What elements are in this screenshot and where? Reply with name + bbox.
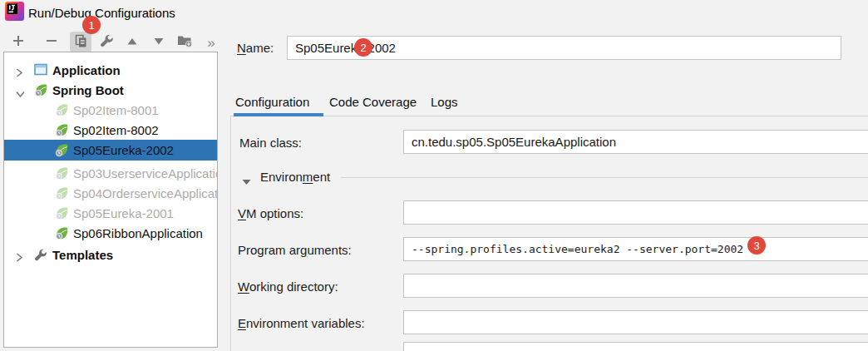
spring-boot-icon	[55, 103, 69, 120]
tab-content-border	[230, 116, 231, 351]
spring-boot-icon	[55, 186, 69, 203]
working-directory-input[interactable]	[403, 274, 868, 298]
intellij-logo-icon	[5, 2, 24, 24]
copy-configuration-button[interactable]	[72, 33, 90, 52]
wrench-icon	[34, 249, 47, 264]
tree-item-label: Sp02Item-8002	[73, 123, 159, 137]
chevron-down-icon[interactable]	[16, 87, 25, 101]
tree-item-spring-boot[interactable]: Spring Boot	[4, 80, 217, 100]
arrow-up-icon	[126, 35, 138, 50]
tree-item-label: Application	[52, 63, 121, 77]
main-class-label: Main class:	[239, 136, 302, 150]
plus-icon	[12, 35, 24, 50]
tab-code-coverage[interactable]: Code Coverage	[329, 95, 417, 109]
environment-variables-input[interactable]	[403, 310, 868, 334]
tab-logs[interactable]: Logs	[431, 95, 458, 109]
tree-item-label: Sp05Eureka-2001	[73, 206, 174, 220]
new-folder-icon	[177, 34, 193, 51]
partial-bottom-input[interactable]	[403, 342, 868, 351]
environment-collapse-arrow-icon[interactable]	[242, 174, 251, 189]
tree-item-sp02item-8001[interactable]: Sp02Item-8001	[4, 100, 217, 120]
vm-options-input[interactable]	[403, 200, 868, 225]
spring-boot-icon	[55, 226, 69, 243]
tree-item-sp06ribbon[interactable]: Sp06RibbonApplication	[4, 223, 217, 243]
tree-item-label: Sp05Eureka-2002	[73, 143, 174, 157]
double-chevron-icon: »	[207, 36, 215, 50]
spring-boot-icon	[55, 143, 69, 160]
tree-item-label: Templates	[52, 248, 113, 262]
edit-templates-button[interactable]	[97, 33, 116, 52]
active-tab-underline	[234, 113, 323, 116]
move-down-button[interactable]	[150, 33, 168, 52]
tree-item-sp04orderservice[interactable]: Sp04OrderserviceApplication	[4, 183, 217, 203]
tree-item-sp03userservice[interactable]: Sp03UserserviceApplication	[4, 163, 217, 183]
application-icon	[34, 63, 47, 78]
tree-item-sp05eureka-2002-selected[interactable]: Sp05Eureka-2002	[4, 140, 217, 161]
more-actions-button[interactable]: »	[202, 33, 220, 52]
tabs-divider	[230, 116, 868, 116]
main-class-input[interactable]	[403, 130, 868, 154]
copy-icon	[74, 34, 88, 52]
run-debug-configurations-dialog: { "window": { "title": "Run/Debug Config…	[0, 0, 868, 351]
remove-button[interactable]	[42, 33, 61, 52]
spring-boot-icon	[55, 123, 69, 140]
tree-item-label: Sp06RibbonApplication	[73, 226, 203, 240]
configurations-tree: Application Spring Boot Sp02Item-8001 Sp…	[3, 52, 218, 348]
tree-item-label: Sp02Item-8001	[73, 103, 159, 117]
tree-item-label: Sp04OrderserviceApplication	[73, 186, 218, 200]
minus-icon	[46, 35, 57, 50]
arrow-down-icon	[153, 35, 165, 50]
annotation-badge-2: 2	[354, 38, 372, 57]
program-arguments-input[interactable]	[403, 237, 868, 261]
tree-item-sp02item-8002[interactable]: Sp02Item-8002	[4, 120, 217, 140]
tree-item-application[interactable]: Application	[4, 60, 217, 80]
spring-boot-icon	[55, 166, 69, 183]
annotation-badge-3: 3	[747, 236, 766, 255]
spring-boot-icon	[34, 83, 48, 100]
chevron-right-icon[interactable]	[16, 250, 23, 264]
tree-item-templates[interactable]: Templates	[4, 245, 217, 264]
tree-item-label: Sp03UserserviceApplication	[73, 166, 218, 180]
program-arguments-label: Program arguments:	[238, 243, 352, 257]
tree-item-label: Spring Boot	[52, 83, 124, 97]
environment-section-label: Environment	[260, 170, 330, 184]
wrench-icon	[100, 34, 114, 52]
move-up-button[interactable]	[123, 33, 141, 52]
environment-section-rule	[341, 177, 868, 178]
annotation-badge-1: 1	[82, 16, 101, 34]
spring-boot-icon	[55, 206, 69, 223]
tab-configuration[interactable]: Configuration	[235, 95, 309, 109]
chevron-right-icon[interactable]	[16, 66, 23, 80]
name-label: Name:	[237, 41, 274, 55]
tree-item-sp05eureka-2001[interactable]: Sp05Eureka-2001	[4, 203, 217, 223]
dialog-title: Run/Debug Configurations	[28, 6, 175, 20]
new-folder-button[interactable]	[175, 33, 194, 52]
environment-variables-label: Environment variables:	[238, 316, 365, 330]
working-directory-label: Working directory:	[238, 279, 338, 294]
vm-options-label: VM options:	[238, 206, 303, 220]
add-button[interactable]	[9, 33, 27, 52]
